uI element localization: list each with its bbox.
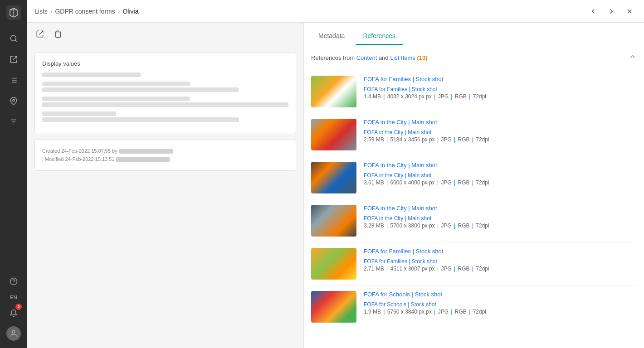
refs-list: FOFA for Families | Stock shot FOFA for … [311,70,637,328]
field-3 [42,97,288,107]
notification-badge: 2 [15,304,22,310]
ref-info: FOFA in the City | Main shot FOFA in the… [364,162,637,186]
field-label-4 [42,111,116,116]
ref-title[interactable]: FOFA in the City | Main shot [364,205,637,212]
ref-thumbnail[interactable] [311,162,356,193]
ref-info: FOFA in the City | Main shot FOFA in the… [364,119,637,143]
sidebar-list-icon[interactable] [5,71,23,89]
export-button[interactable] [33,27,47,41]
field-value-3 [42,102,288,107]
list-items-link[interactable]: List Items [390,54,415,61]
modifier-name [116,157,170,162]
field-label-3 [42,97,190,101]
ref-item: FOFA for Families | Stock shot FOFA for … [311,70,637,113]
ref-detail-title[interactable]: FOFA in the City | Main shot [364,172,637,179]
ref-item: FOFA in the City | Main shot FOFA in the… [311,156,637,199]
ref-detail-title[interactable]: FOFA for Families | Stock shot [364,258,637,265]
ref-detail-title[interactable]: FOFA for Schools | Stock shot [364,301,637,308]
delete-button[interactable] [51,27,65,41]
references-panel: References from Content and List Items (… [304,45,644,348]
language-label[interactable]: EN [10,295,17,300]
ref-meta: 3.61 MB | 6000 x 4000 px px | JPG | RGB … [364,179,637,186]
close-button[interactable] [622,4,637,19]
ref-meta: 1.9 MB | 5760 x 3840 px px | JPG | RGB |… [364,309,637,315]
ref-thumbnail[interactable] [311,248,356,280]
breadcrumb-lists[interactable]: Lists [34,8,48,15]
ref-meta: 1.4 MB | 4032 x 3024 px px | JPG | RGB |… [364,93,637,100]
breadcrumb: Lists › GDPR consent forms › Olivia [34,8,583,15]
ref-info: FOFA for Families | Stock shot FOFA for … [364,76,637,100]
svg-point-1 [10,35,16,41]
next-button[interactable] [604,4,619,19]
field-label-1 [42,72,141,77]
ref-title[interactable]: FOFA for Schools | Stock shot [364,291,637,298]
meta-modified: | Modified 24-Feb-2022 15:13:51 [42,155,288,164]
meta-card: Created 24-Feb-2022 15:07:55 by | Modifi… [34,140,296,171]
main-area: Lists › GDPR consent forms › Olivia [27,0,644,348]
ref-detail-title[interactable]: FOFA in the City | Main shot [364,129,637,135]
field-4 [42,111,288,122]
breadcrumb-sep-2: › [118,8,120,15]
ref-item: FOFA for Families | Stock shot FOFA for … [311,242,637,285]
breadcrumb-current: Olivia [122,8,138,15]
sidebar-map-icon[interactable] [5,92,23,110]
svg-line-2 [15,40,16,41]
ref-thumbnail[interactable] [311,76,356,107]
field-value-4 [42,117,239,122]
ref-info: FOFA for Schools | Stock shot FOFA for S… [364,291,637,315]
svg-line-19 [39,31,43,34]
tab-references[interactable]: References [356,28,403,45]
topbar: Lists › GDPR consent forms › Olivia [27,0,644,23]
ref-title[interactable]: FOFA in the City | Main shot [364,162,637,169]
svg-line-3 [13,56,17,60]
svg-point-16 [12,330,15,333]
ref-meta: 2.59 MB | 5184 x 3456 px px | JPG | RGB … [364,136,637,143]
ref-detail-title[interactable]: FOFA for Families | Stock shot [364,86,637,92]
right-panel: Metadata References References from Cont… [304,23,644,348]
prev-button[interactable] [586,4,600,19]
refs-count: (13) [417,54,427,61]
tab-metadata[interactable]: Metadata [311,28,352,45]
sidebar: EN 2 [0,0,27,348]
svg-point-10 [13,99,15,102]
creator-name [119,149,173,154]
ref-item: FOFA in the City | Main shot FOFA in the… [311,113,637,156]
content-area: Display values [27,23,644,348]
app-logo[interactable] [5,5,22,21]
ref-title[interactable]: FOFA for Families | Stock shot [364,248,637,255]
content-link[interactable]: Content [356,54,377,61]
field-2 [42,82,288,92]
breadcrumb-sep-1: › [50,8,53,15]
sidebar-share-icon[interactable] [5,50,23,68]
refs-header: References from Content and List Items (… [311,53,637,63]
field-label-2 [42,82,190,86]
left-panel: Display values [27,23,304,348]
field-1 [42,72,288,77]
avatar[interactable] [6,326,21,341]
left-toolbar [27,23,303,45]
display-values-card: Display values [34,53,296,134]
meta-created: Created 24-Feb-2022 15:07:55 by [42,147,288,155]
display-values-title: Display values [42,60,288,67]
ref-meta: 3.28 MB | 5700 x 3800 px px | JPG | RGB … [364,222,637,229]
topbar-actions [586,4,637,19]
ref-info: FOFA in the City | Main shot FOFA in the… [364,205,637,229]
refs-title: References from Content and List Items (… [311,54,428,61]
ref-title[interactable]: FOFA for Families | Stock shot [364,76,637,82]
ref-thumbnail[interactable] [311,205,356,237]
sidebar-search-icon[interactable] [5,29,23,48]
ref-thumbnail[interactable] [311,291,356,323]
breadcrumb-gdpr[interactable]: GDPR consent forms [55,8,115,15]
collapse-button[interactable] [629,53,637,63]
tab-bar: Metadata References [304,23,644,45]
ref-meta: 2.71 MB | 4511 x 3007 px px | JPG | RGB … [364,266,637,272]
ref-title[interactable]: FOFA in the City | Main shot [364,119,637,126]
ref-item: FOFA in the City | Main shot FOFA in the… [311,199,637,242]
notification-bell[interactable]: 2 [5,303,23,324]
ref-thumbnail[interactable] [311,119,356,150]
sidebar-filter-icon[interactable] [5,113,23,131]
ref-item: FOFA for Schools | Stock shot FOFA for S… [311,285,637,328]
ref-detail-title[interactable]: FOFA in the City | Main shot [364,215,637,222]
sidebar-help-icon[interactable] [5,272,23,290]
left-content: Display values [27,45,303,348]
